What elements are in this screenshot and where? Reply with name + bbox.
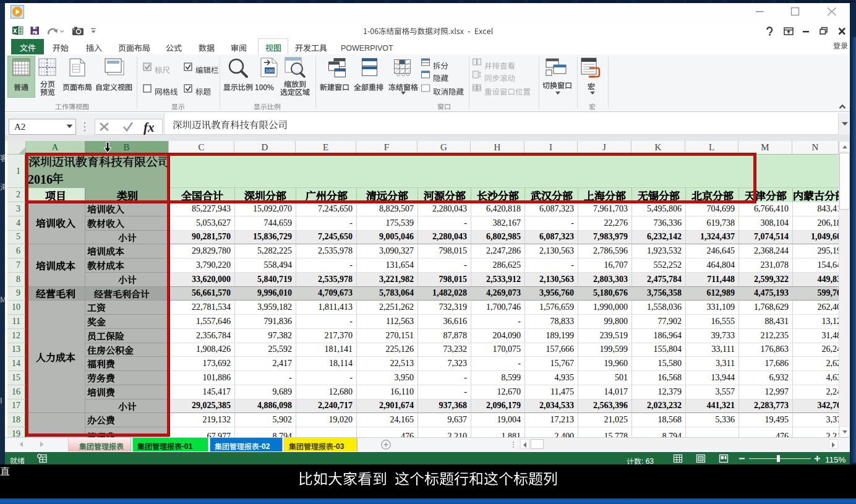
svg-text:100: 100 (265, 68, 274, 74)
svg-text:fx: fx (143, 120, 155, 135)
